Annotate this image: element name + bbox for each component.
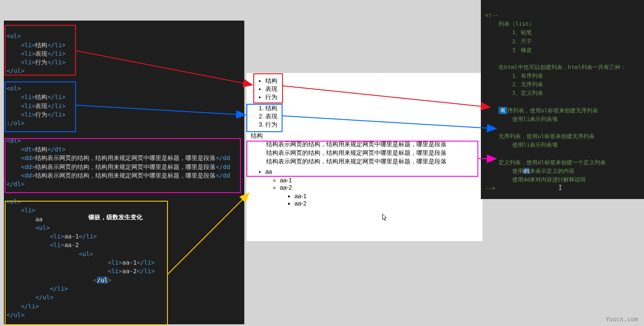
rendered-nested: aa aa-1 aa-2 aa-1 aa-2 (251, 168, 478, 207)
text-caret-icon: I (558, 184, 562, 192)
list-item: 行为 (265, 121, 478, 129)
dl-desc: 结构表示网页的结构，结构用来规定网页中哪里是标题，哪里是段落 (266, 141, 478, 148)
list-item: aa-2 (295, 200, 478, 207)
nesting-note: 镶嵌，级数发生变化 (88, 214, 143, 221)
code-editor-right: <!-- 列表（list） 1、铅笔 2、尺子 3、橡皮 在html中也可以创建… (481, 0, 644, 199)
list-item: 表现 (265, 113, 478, 121)
list-item: aa-1 (295, 193, 478, 199)
mouse-cursor-icon (382, 214, 387, 221)
list-item: aa-1 (280, 177, 478, 184)
watermark: Yuucn.com (605, 316, 638, 323)
list-item: 结构 (265, 105, 478, 112)
browser-render-pane: 结构 表现 行为 结构 表现 行为 结构 结构表示网页的结构，结构用来规定网页中… (246, 73, 483, 241)
rendered-ol: 结构 表现 行为 (251, 105, 478, 129)
list-item: aa aa-1 aa-2 aa-1 aa-2 (265, 168, 478, 207)
rendered-dl: 结构 结构表示网页的结构，结构用来规定网页中哪里是标题，哪里是段落 结构表示网页… (251, 132, 478, 166)
dl-desc: 结构表示网页的结构，结构用来规定网页中哪里是标题，哪里是段落 (266, 149, 478, 157)
dl-term: 结构 (251, 132, 478, 140)
list-item: 结构 (265, 77, 478, 85)
rendered-ul: 结构 表现 行为 (251, 77, 478, 101)
list-item: 表现 (265, 85, 478, 93)
code-editor-left: <ul> <li>结构</li> <li>表现</li> <li>行为</li>… (4, 21, 244, 324)
list-item: 行为 (265, 94, 478, 101)
list-item: aa-2 aa-1 aa-2 (280, 184, 478, 207)
dl-desc: 结构表示网页的结构，结构用来规定网页中哪里是标题，哪里是段落 (266, 158, 478, 166)
edit-cursor-badge: 有 (498, 107, 507, 114)
